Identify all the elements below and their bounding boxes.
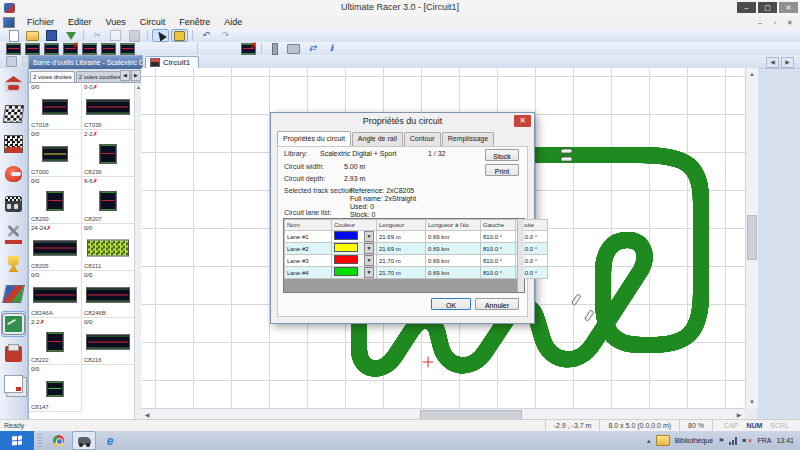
lane-color-cell[interactable]: ▼ [332, 231, 377, 243]
track-curve-icon[interactable] [24, 42, 41, 55]
library-item-c8211[interactable]: 0/0C8211 [82, 224, 135, 271]
tray-expand-icon[interactable]: ▴ [647, 437, 651, 445]
new-icon[interactable] [5, 29, 22, 42]
menu-item[interactable]: Vues [99, 17, 133, 27]
library-tabs-left-icon[interactable]: ◀ [120, 70, 130, 81]
vertical-scroll-thumb[interactable] [747, 215, 757, 260]
tab-circuit1[interactable]: Circuit1 [145, 56, 199, 68]
camera-icon[interactable] [285, 42, 302, 55]
library-tab[interactable]: 2 voies courbes [76, 71, 124, 82]
mdi-restore-button[interactable]: ▫ [769, 19, 781, 27]
printer-icon[interactable] [1, 341, 26, 367]
lane-color-dropdown-icon[interactable]: ▼ [364, 231, 374, 242]
library-item-c8147[interactable]: 0/0C8147 [29, 365, 82, 412]
menu-item[interactable]: Fenêtre [172, 17, 217, 27]
track-crossing-icon[interactable] [43, 42, 60, 55]
trophy-icon[interactable] [1, 251, 26, 277]
library-item-c8222[interactable]: 2-2✗C8222 [29, 318, 82, 365]
language-indicator[interactable]: FRA [757, 437, 771, 444]
stock-button[interactable]: Stock [485, 149, 519, 161]
dialog-close-icon[interactable]: ✕ [514, 115, 531, 127]
info-icon[interactable]: ℹ [323, 42, 340, 55]
dialog-tab[interactable]: Contour [404, 132, 441, 147]
volume-muted-icon[interactable]: ✕ [742, 437, 752, 445]
mdi-close-button[interactable]: ✕ [784, 19, 796, 27]
lane-row[interactable]: Lane #4▼21.70 m0.69 km810.0 °810.0 ° [285, 267, 548, 279]
lane-table-scrollbar[interactable] [517, 219, 524, 292]
barrier-icon[interactable] [266, 42, 283, 55]
tray-folder-label[interactable]: Bibliothèque [675, 437, 714, 444]
chrome-taskbar-icon[interactable] [46, 431, 70, 450]
maximize-button[interactable]: ▢ [758, 2, 777, 13]
redo-icon[interactable]: ↷ [216, 29, 233, 42]
garage-icon[interactable] [1, 71, 26, 97]
cancel-button[interactable]: Annuler [475, 298, 519, 310]
dialog-tab[interactable]: Angle de rail [352, 132, 403, 147]
paint-icon[interactable] [1, 281, 26, 307]
lane-color-dropdown-icon[interactable]: ▼ [364, 267, 374, 278]
lane-row[interactable]: Lane #3▼21.70 m0.69 km810.0 °810.0 ° [285, 255, 548, 267]
select-tool-icon[interactable] [152, 29, 169, 42]
car-icon[interactable] [1, 191, 26, 217]
scroll-up-icon[interactable]: ▲ [746, 68, 758, 80]
close-button[interactable]: ✕ [779, 2, 798, 13]
menu-item[interactable]: Aide [217, 17, 249, 27]
library-folder-icon[interactable] [656, 435, 670, 446]
swap-lanes-icon[interactable]: ⇄ [304, 42, 321, 55]
fill-tool-icon[interactable] [171, 29, 188, 42]
ok-button[interactable]: OK [431, 298, 471, 310]
paste-icon[interactable] [126, 29, 143, 42]
race-flags-icon[interactable] [1, 101, 26, 127]
track-editor-icon[interactable] [1, 311, 26, 337]
track-straight-icon[interactable] [5, 42, 22, 55]
library-tabs-right-icon[interactable]: ▶ [131, 70, 141, 81]
dialog-tab[interactable]: Remplissage [442, 132, 494, 147]
track-start-icon[interactable] [202, 42, 219, 55]
documents-icon[interactable] [1, 371, 26, 397]
track-elevate-icon[interactable] [138, 42, 155, 55]
minimize-button[interactable]: – [737, 2, 756, 13]
tab-scroll-left-icon[interactable]: ◀ [766, 57, 779, 68]
undo-icon[interactable]: ↶ [197, 29, 214, 42]
copy-icon[interactable] [107, 29, 124, 42]
open-icon[interactable] [24, 29, 41, 42]
save-icon[interactable] [43, 29, 60, 42]
library-item-c7000[interactable]: 0/0C7000 [29, 130, 82, 177]
track-border-icon[interactable] [176, 42, 193, 55]
lane-color-cell[interactable]: ▼ [332, 255, 377, 267]
lane-color-icon[interactable] [5, 55, 19, 68]
network-icon[interactable] [729, 437, 737, 445]
lane-row[interactable]: Lane #2▼21.69 m0.69 km810.0 °810.0 ° [285, 243, 548, 255]
mdi-minimize-button[interactable]: – [754, 19, 766, 27]
lane-color-dropdown-icon[interactable]: ▼ [364, 243, 374, 254]
menu-item[interactable]: Fichier [20, 17, 61, 27]
lane-color-dropdown-icon[interactable]: ▼ [364, 255, 374, 266]
lane-color-cell[interactable]: ▼ [332, 267, 377, 279]
start-button[interactable] [0, 431, 34, 450]
library-item-c7018[interactable]: 0/0C7018 [29, 83, 82, 130]
library-item-c8246a[interactable]: 0/0C8246A [29, 271, 82, 318]
lane-row[interactable]: Lane #1▼21.69 m0.69 km810.0 °810.0 ° [285, 231, 548, 243]
library-item-c8205[interactable]: 24-24✗C8205 [29, 224, 82, 271]
scroll-down-icon[interactable]: ▼ [746, 396, 758, 408]
library-item-c8216[interactable]: 0/0C8216 [82, 318, 135, 365]
track-lane-icon[interactable] [81, 42, 98, 55]
library-item-c7036[interactable]: 0-0✗C7036 [82, 83, 135, 130]
track-power-icon[interactable]: ✗ [240, 42, 257, 55]
library-item-c8207[interactable]: 6-6✗C8207 [82, 177, 135, 224]
helmet-icon[interactable] [1, 161, 26, 187]
race-start-icon[interactable] [1, 131, 26, 157]
ultimate-racer-taskbar-icon[interactable] [72, 431, 96, 450]
library-tab[interactable]: 2 voies droites [30, 71, 75, 82]
internet-explorer-taskbar-icon[interactable]: e [98, 431, 122, 450]
cut-icon[interactable]: ✂ [88, 29, 105, 42]
track-chicane-icon[interactable] [119, 42, 136, 55]
menu-item[interactable]: Editer [61, 17, 99, 27]
library-item-c8236[interactable]: 2-2✗C8236 [82, 130, 135, 177]
print-button[interactable]: Print [485, 164, 519, 176]
track-bridge-icon[interactable] [157, 42, 174, 55]
menu-item[interactable]: Circuit [133, 17, 173, 27]
action-center-flag-icon[interactable]: ⚑ [718, 437, 724, 445]
tuning-tools-icon[interactable] [1, 221, 26, 247]
lane-color-cell[interactable]: ▼ [332, 243, 377, 255]
